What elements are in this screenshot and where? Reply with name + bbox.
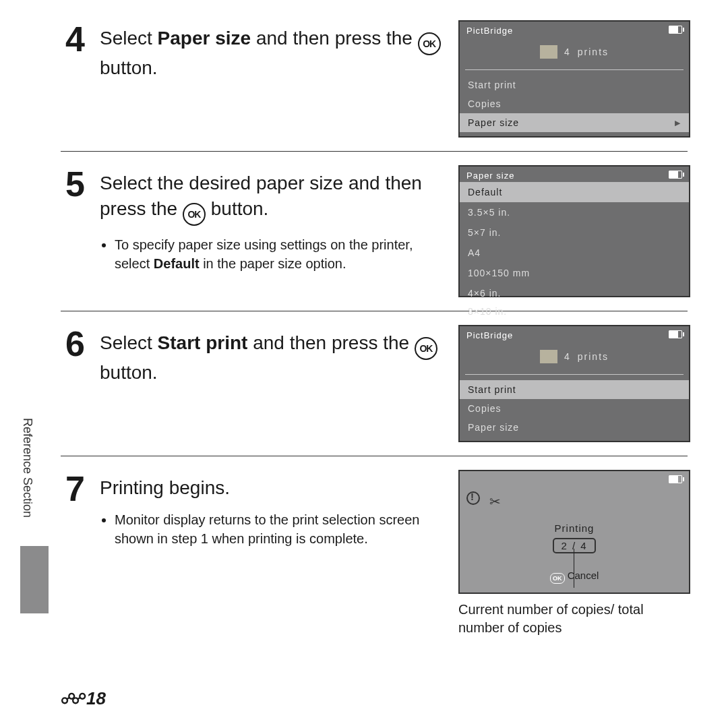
step-number: 4 (61, 20, 85, 57)
prints-count: 4 (564, 351, 571, 362)
t-bold: Start print (158, 332, 248, 353)
step-text: Select the desired paper size and then p… (100, 165, 444, 274)
step-text: Printing begins. Monitor display returns… (100, 470, 444, 549)
callout-caption: Current number of copies/ total number o… (458, 601, 688, 637)
list-item: 100×150 mm (460, 263, 689, 283)
ok-icon: OK (415, 337, 437, 360)
menu-label: Paper size (468, 117, 519, 128)
menu-item: Start print (460, 75, 689, 94)
printing-count: 2 / 4 (553, 538, 595, 553)
screen-step4: PictBridge 4 prints Start print Copies P… (458, 20, 690, 138)
ok-icon-small: OK (550, 573, 565, 584)
t: Select (100, 332, 158, 353)
bullet: Monitor display returns to the print sel… (115, 510, 444, 548)
chevron-right-icon: ▶ (675, 119, 681, 127)
list-item: 4×6 in. (460, 283, 689, 303)
t: Select (100, 28, 158, 49)
t: button. (206, 198, 268, 219)
prints-word: prints (578, 351, 609, 362)
menu-item: Copies (460, 399, 689, 418)
screen-step6: PictBridge 4 prints Start print Copies P… (458, 325, 690, 442)
t: and then press the (251, 28, 418, 49)
step-number: 7 (61, 470, 85, 506)
step-number: 6 (61, 325, 85, 361)
t: in the paper size option. (200, 256, 346, 271)
list-item: A4 (460, 243, 689, 263)
screen-step7: ✂ Printing 2 / 4 OKCancel (458, 470, 690, 594)
info-icon (466, 491, 480, 505)
battery-icon (669, 171, 682, 179)
page-footer: ☍☍ 18 (61, 688, 106, 709)
screen-title: PictBridge (466, 330, 513, 340)
t-bold: Default (154, 256, 200, 271)
ok-icon: OK (418, 32, 441, 55)
list-item: 3.5×5 in. (460, 202, 689, 222)
t: and then press the (247, 332, 415, 353)
menu-label: Start print (468, 384, 516, 395)
bullet: To specify paper size using settings on … (115, 235, 444, 273)
menu-item-selected: Paper size ▶ (460, 113, 689, 132)
section-icon: ☍☍ (61, 690, 82, 708)
side-thumb-block (20, 546, 49, 613)
menu-item-selected: Start print (460, 380, 689, 399)
cancel-label: Cancel (568, 570, 599, 581)
t: Printing begins. (100, 477, 230, 498)
side-tab-label: Reference Section (20, 418, 34, 518)
screen-title: PictBridge (466, 26, 513, 36)
step-4: 4 Select Paper size and then press the O… (61, 20, 688, 138)
t: button. (100, 57, 158, 78)
thumbnail-icon (540, 45, 557, 59)
screen-title: Paper size (466, 171, 514, 181)
step-number: 5 (61, 165, 85, 202)
printing-label: Printing (460, 522, 689, 534)
list-item: 5×7 in. (460, 222, 689, 243)
printer-icon: ✂ (489, 493, 501, 510)
step-text: Select Paper size and then press the OK … (100, 20, 444, 81)
divider (61, 151, 688, 152)
menu-item: Copies (460, 94, 689, 113)
battery-icon (669, 475, 682, 483)
prints-word: prints (578, 47, 609, 57)
t: button. (100, 362, 158, 383)
callout-line (574, 549, 574, 588)
list-item-cut: 8×10 in. (460, 303, 689, 317)
screen-step5: Paper size Default 3.5×5 in. 5×7 in. A4 … (458, 165, 690, 297)
t-bold: Paper size (158, 28, 251, 49)
battery-icon (669, 26, 682, 34)
step-7: 7 Printing begins. Monitor display retur… (61, 470, 688, 637)
status-icons: ✂ (466, 491, 501, 510)
prints-count: 4 (564, 47, 571, 57)
list-item-selected: Default (460, 182, 689, 202)
battery-icon (669, 330, 682, 338)
step-5: 5 Select the desired paper size and then… (61, 165, 688, 297)
step-6: 6 Select Start print and then press the … (61, 325, 688, 442)
divider (61, 456, 688, 456)
ok-icon: OK (183, 203, 206, 226)
menu-item: Paper size (460, 418, 689, 437)
step-text: Select Start print and then press the OK… (100, 325, 444, 386)
thumbnail-icon (540, 350, 557, 363)
page-number: 18 (86, 688, 106, 709)
